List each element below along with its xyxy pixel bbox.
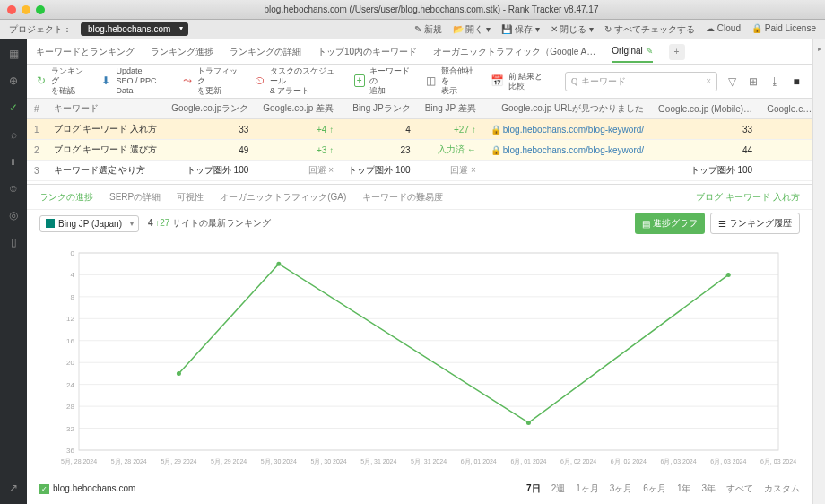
svg-text:6月, 03 2024: 6月, 03 2024 [760,458,796,465]
rank-info: 4 ↑27 サイトの最新ランキング [148,217,271,230]
tab-kw-rank[interactable]: キーワードとランキング [36,40,135,64]
window-controls[interactable] [7,5,45,14]
dtab-difficulty[interactable]: キーワードの難易度 [362,191,443,204]
svg-text:16: 16 [66,337,74,345]
action-save[interactable]: 💾 保存 ▾ [501,23,540,36]
svg-text:36: 36 [66,447,74,455]
range-option[interactable]: 2週 [551,482,566,495]
svg-point-36 [276,262,281,266]
detail-keyword: ブログ キーワード 入れ方 [696,191,800,204]
download-icon[interactable]: ⭳ [768,74,782,89]
dtab-ga[interactable]: オーガニックトラフィック(GA) [220,191,346,204]
btn-progress-graph[interactable]: ▤ 進捗グラフ [635,213,705,234]
project-label: プロジェクト： [9,23,72,36]
tool-schedule[interactable]: ⏲タスクのスケジュール& アラート [255,66,338,95]
tab-organic[interactable]: オーガニックトラフィック（Google A… [433,40,595,64]
range-option[interactable]: すべて [726,482,753,495]
svg-text:32: 32 [66,425,74,433]
globe-icon[interactable]: ⊕ [6,74,21,88]
search-input[interactable]: Qキーワード× [565,72,717,91]
top-tabs: キーワードとランキング ランキング進捗 ランキングの詳細 トップ10内のキーワー… [27,39,812,65]
tab-original[interactable]: Original ✎ [612,40,652,63]
search-icon[interactable]: ⌕ [6,127,21,142]
tool-update-seo[interactable]: ⬇UpdateSEO / PPC Data [101,66,167,95]
tab-progress[interactable]: ランキング進捗 [151,40,213,64]
action-cloud[interactable]: ☁ Cloud [706,23,741,36]
folder-icon[interactable]: ■ [789,74,803,89]
col-header[interactable]: Google.co.jpランク [164,99,256,119]
tab-top10[interactable]: トップ10内のキーワード [317,40,417,64]
search-engine-select[interactable]: Bing JP (Japan) [39,215,139,232]
tool-compare[interactable]: 📅前 結果と比較 [491,72,549,91]
table-row[interactable]: 1ブログ キーワード 入れ方33+4 ↑4+27 ↑🔒blog.hebochan… [27,119,812,140]
svg-text:6月, 03 2024: 6月, 03 2024 [661,458,697,465]
tab-detail[interactable]: ランキングの詳細 [230,40,301,64]
clipboard-icon[interactable]: ▯ [6,235,21,249]
project-select[interactable]: blog.hebochans.com [81,22,188,36]
tool-add-kw[interactable]: +キーワードの追加 [354,66,410,95]
svg-text:6月, 01 2024: 6月, 01 2024 [461,458,497,465]
svg-point-35 [177,371,181,376]
svg-text:5月, 29 2024: 5月, 29 2024 [211,458,247,465]
range-option[interactable]: 6ヶ月 [643,482,666,495]
svg-text:6月, 03 2024: 6月, 03 2024 [710,458,746,465]
chart-icon[interactable]: ⫾ [6,154,21,169]
action-license[interactable]: 🔒 Paid License [751,23,816,36]
dtab-visibility[interactable]: 可視性 [177,191,204,204]
col-header[interactable]: Bing JP 差異 [418,99,483,119]
svg-text:20: 20 [66,359,74,367]
action-close[interactable]: ✕ 閉じる ▾ [551,23,595,36]
dtab-progress[interactable]: ランクの進捗 [39,191,93,204]
col-header[interactable]: Google.c… [760,99,812,119]
user-icon[interactable]: ☺ [6,181,21,196]
range-option[interactable]: 7日 [526,482,541,495]
date-ranges: 7日2週1ヶ月3ヶ月6ヶ月1年3年すべてカスタム [526,482,800,495]
legend-item[interactable]: ✓blog.hebochans.com [39,483,135,494]
range-option[interactable]: 1ヶ月 [576,482,599,495]
action-open[interactable]: 📂 開く ▾ [453,23,491,36]
col-header[interactable]: Google.co.jp (Mobile)… [651,99,760,119]
topbar-actions: ✎ 新規 📂 開く ▾ 💾 保存 ▾ ✕ 閉じる ▾ ↻ すべてチェックする ☁… [414,23,816,36]
col-header[interactable]: Google.co.jp URLが見つかりました [483,99,651,119]
col-header[interactable]: # [27,99,47,119]
range-option[interactable]: 3ヶ月 [610,482,633,495]
export-icon[interactable]: ↗ [6,481,21,495]
rank-icon[interactable]: ✓ [6,100,21,115]
svg-text:6月, 02 2024: 6月, 02 2024 [611,458,647,465]
tool-check-rank[interactable]: ↻ランキングを確認 [36,66,85,95]
svg-text:12: 12 [66,315,74,323]
dtab-serp[interactable]: SERPの詳細 [109,191,161,204]
col-header[interactable]: キーワード [47,99,165,119]
titlebar: blog.hebochans.com (/Users/user/blog.heb… [0,0,825,20]
action-check-all[interactable]: ↻ すべてチェックする [604,23,695,36]
svg-text:4: 4 [71,271,75,279]
range-option[interactable]: 1年 [677,482,691,495]
tool-traffic[interactable]: ⤳トラフィックを更新 [183,66,239,95]
svg-text:24: 24 [66,381,74,389]
table-row[interactable]: 3キーワード選定 やり方トップ圏外 100回避 ×トップ圏外 100回避 ×トッ… [27,161,812,181]
filter-icon[interactable]: ▽ [725,74,739,89]
svg-text:5月, 28 2024: 5月, 28 2024 [61,458,97,465]
tab-add[interactable]: + [669,44,685,60]
svg-text:28: 28 [66,403,74,411]
svg-text:6月, 01 2024: 6月, 01 2024 [510,458,546,465]
clear-icon: × [706,76,711,86]
range-option[interactable]: 3年 [701,482,716,495]
target-icon[interactable]: ◎ [6,208,21,222]
left-sidebar: ▦ ⊕ ✓ ⌕ ⫾ ☺ ◎ ▯ ↗ [0,39,27,504]
col-header[interactable]: Bing JPランク [341,99,417,119]
dashboard-icon[interactable]: ▦ [6,47,21,61]
grid-icon[interactable]: ⊞ [746,74,760,89]
svg-rect-39 [79,253,778,450]
btn-rank-history[interactable]: ☰ ランキング履歴 [710,213,800,234]
right-rail[interactable]: ▸ [812,39,825,504]
action-new[interactable]: ✎ 新規 [414,23,442,36]
svg-text:5月, 31 2024: 5月, 31 2024 [411,458,447,465]
tool-competitors[interactable]: ◫競合他社を表示 [426,66,475,95]
table-row[interactable]: 2ブログ キーワード 選び方49+3 ↑23入力済 ←🔒blog.hebocha… [27,140,812,161]
svg-text:5月, 31 2024: 5月, 31 2024 [360,458,396,465]
bing-icon [46,219,55,228]
range-option[interactable]: カスタム [764,482,800,495]
svg-text:0: 0 [71,249,75,257]
col-header[interactable]: Google.co.jp 差異 [256,99,341,119]
